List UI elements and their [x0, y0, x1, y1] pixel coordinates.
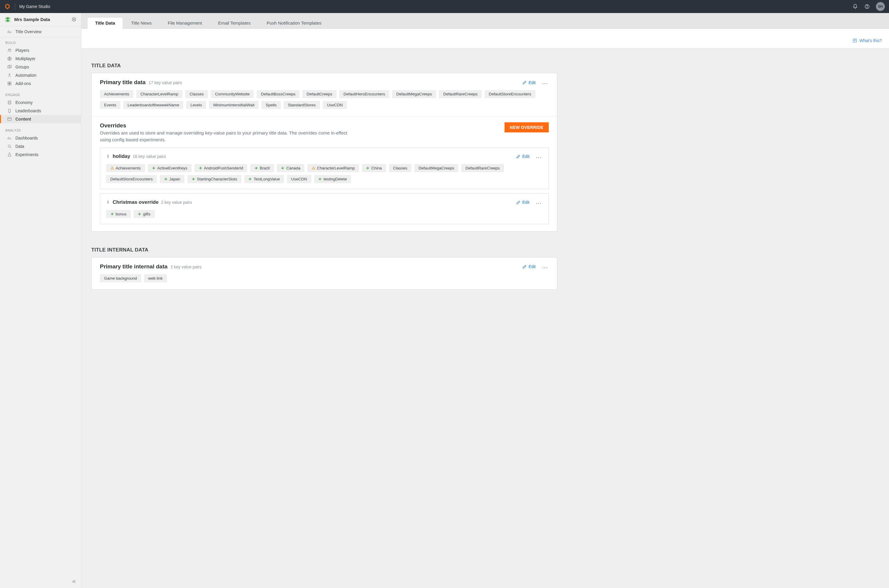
- whats-this-link[interactable]: What's this?: [853, 38, 882, 43]
- plus-icon: [254, 166, 258, 170]
- nav-item-add-ons[interactable]: Add-ons: [0, 80, 81, 88]
- tab-email-templates[interactable]: Email Templates: [210, 17, 259, 28]
- internal-title-text: Primary title internal data: [100, 263, 167, 270]
- override-key-chips: AchievementsActiveEventKeysAndroidPushSe…: [106, 164, 543, 183]
- studio-name[interactable]: My Game Studio: [19, 4, 50, 9]
- primary-more-icon[interactable]: [541, 79, 549, 86]
- nav-item-dashboards[interactable]: Dashboards: [0, 134, 81, 142]
- topbar-left: My Game Studio: [4, 3, 50, 10]
- brand-logo-icon[interactable]: [4, 3, 11, 10]
- heading-title-internal: TITLE INTERNAL DATA: [91, 247, 557, 253]
- chip-label: CharacterLevelRamp: [317, 166, 355, 170]
- key-chip[interactable]: Classes: [185, 90, 208, 98]
- svg-point-32: [539, 203, 539, 204]
- key-chip[interactable]: LeaderboardoftheweekName: [123, 101, 183, 109]
- section-primary-title-data: Primary title data 17 key value pairs Ed…: [92, 73, 557, 116]
- chip-label: Japan: [169, 177, 180, 181]
- nav-item-data[interactable]: Data: [0, 142, 81, 150]
- svg-point-28: [313, 168, 314, 169]
- chip-label: DefaultStoreEncounters: [110, 177, 153, 181]
- override-more-icon[interactable]: [535, 153, 543, 160]
- nav-item-automation[interactable]: Automation: [0, 71, 81, 80]
- whats-this-label: What's this?: [859, 38, 882, 43]
- key-chip[interactable]: TestLongValue: [244, 175, 284, 183]
- key-chip[interactable]: Spells: [262, 101, 281, 109]
- user-avatar[interactable]: SH: [876, 2, 885, 11]
- chip-label: ActiveEventKeys: [157, 166, 187, 170]
- tab-file-management[interactable]: File Management: [160, 17, 210, 28]
- collapse-sidebar-icon[interactable]: [71, 579, 77, 585]
- internal-edit-button[interactable]: Edit: [522, 264, 536, 269]
- override-name: holiday: [113, 153, 131, 159]
- key-chip[interactable]: testingDelete: [314, 175, 351, 183]
- key-chip[interactable]: bonus: [106, 210, 131, 218]
- overrides-description: Overrides are used to store and manage o…: [100, 129, 349, 143]
- tab-push-notification-templates[interactable]: Push Notification Templates: [259, 17, 329, 28]
- key-chip[interactable]: UseCDN: [323, 101, 347, 109]
- chip-label: China: [372, 166, 382, 170]
- key-chip[interactable]: Events: [100, 101, 120, 109]
- key-chip[interactable]: DefaultRareCreeps: [461, 164, 504, 172]
- tab-title-news[interactable]: Title News: [123, 17, 159, 28]
- nav-label: Economy: [15, 100, 33, 105]
- svg-point-20: [545, 83, 545, 84]
- key-chip[interactable]: CharacterLevelRamp: [136, 90, 183, 98]
- nav-item-players[interactable]: Players: [0, 46, 81, 54]
- internal-more-icon[interactable]: [541, 263, 549, 270]
- nav-item-multiplayer[interactable]: Multiplayer: [0, 54, 81, 63]
- key-chip[interactable]: Levels: [186, 101, 206, 109]
- key-chip[interactable]: StartingCharacterSlots: [187, 175, 241, 183]
- experiment-icon: [106, 201, 110, 204]
- primary-edit-button[interactable]: Edit: [522, 80, 536, 85]
- title-name: Mrs Sample Data: [14, 17, 68, 22]
- help-icon[interactable]: [864, 3, 870, 9]
- key-chip[interactable]: DefaultBossCreeps: [257, 90, 299, 98]
- key-chip[interactable]: DefaultMegaCreeps: [392, 90, 436, 98]
- key-chip[interactable]: MinimumInterstitialWait: [209, 101, 259, 109]
- key-chip[interactable]: Canada: [277, 164, 304, 172]
- key-chip[interactable]: DefaultHeroEncounters: [339, 90, 389, 98]
- key-chip[interactable]: Game background: [100, 274, 141, 282]
- key-chip[interactable]: CommunityWebsite: [211, 90, 254, 98]
- title-settings-icon[interactable]: [71, 17, 77, 22]
- key-chip[interactable]: Achievements: [100, 90, 133, 98]
- key-chip[interactable]: CharacterLevelRamp: [307, 164, 359, 172]
- key-chip[interactable]: ActiveEventKeys: [148, 164, 191, 172]
- key-chip[interactable]: Japan: [160, 175, 184, 183]
- nav-item-economy[interactable]: Economy: [0, 98, 81, 106]
- key-chip[interactable]: DefaultRareCreeps: [439, 90, 482, 98]
- override-cards: holiday16 key value pairsEditAchievement…: [100, 147, 549, 224]
- key-chip[interactable]: StandardStores: [284, 101, 320, 109]
- key-chip[interactable]: DefaultStoreEncounters: [485, 90, 536, 98]
- svg-point-33: [540, 203, 541, 204]
- key-chip[interactable]: web link: [144, 274, 167, 282]
- nav-item-groups[interactable]: Groups: [0, 63, 81, 71]
- svg-point-17: [8, 145, 11, 147]
- override-edit-button[interactable]: Edit: [516, 200, 529, 205]
- nav-title-overview[interactable]: Title Overview: [0, 26, 81, 38]
- tab-title-data[interactable]: Title Data: [87, 17, 123, 29]
- key-chip[interactable]: DefaultStoreEncounters: [106, 175, 157, 183]
- key-chip[interactable]: Achievements: [106, 164, 145, 172]
- panel-title-data: Primary title data 17 key value pairs Ed…: [91, 73, 557, 232]
- key-chip[interactable]: DefaultCreeps: [302, 90, 336, 98]
- override-more-icon[interactable]: [535, 199, 543, 206]
- key-chip[interactable]: DefaultMegaCreeps: [414, 164, 458, 172]
- key-chip[interactable]: gifts: [134, 210, 155, 218]
- nav-item-experiments[interactable]: Experiments: [0, 150, 81, 159]
- svg-point-27: [112, 168, 112, 169]
- key-chip[interactable]: Brazil: [250, 164, 274, 172]
- new-override-button[interactable]: NEW OVERRIDE: [504, 122, 549, 132]
- key-chip[interactable]: China: [362, 164, 386, 172]
- key-chip[interactable]: UseCDN: [287, 175, 311, 183]
- nav-item-content[interactable]: Content: [0, 115, 81, 123]
- svg-point-36: [547, 267, 547, 268]
- key-chip[interactable]: Classes: [389, 164, 411, 172]
- key-chip[interactable]: AndroidPushSenderId: [194, 164, 247, 172]
- title-block[interactable]: Mrs Sample Data: [0, 13, 81, 26]
- nav-label: Groups: [15, 64, 29, 69]
- nav-item-leaderboards[interactable]: Leaderboards: [0, 106, 81, 115]
- notifications-icon[interactable]: [852, 3, 858, 9]
- chip-label: Classes: [393, 166, 407, 170]
- override-edit-button[interactable]: Edit: [516, 154, 529, 159]
